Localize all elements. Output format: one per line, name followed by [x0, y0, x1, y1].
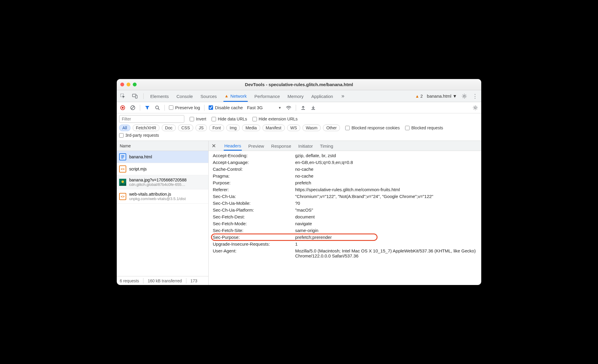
inspect-icon[interactable] [120, 93, 126, 99]
invert-checkbox[interactable]: Invert [190, 117, 206, 121]
request-row[interactable]: banana.html [117, 151, 208, 163]
header-row: Pragma:no-cache [213, 173, 481, 179]
device-icon[interactable] [132, 93, 138, 99]
download-icon[interactable] [310, 105, 316, 111]
network-conditions-icon[interactable] [286, 105, 292, 111]
throttling-select[interactable]: Fast 3G ▼ [247, 105, 281, 110]
third-party-checkbox[interactable]: 3rd-party requests [119, 133, 159, 138]
zoom-window-button[interactable] [133, 83, 137, 86]
context-label: banana.html [427, 94, 452, 99]
filter-input[interactable] [119, 115, 184, 123]
svg-point-6 [156, 106, 159, 109]
preserve-log-checkbox[interactable]: Preserve log [169, 105, 200, 110]
clear-icon[interactable] [130, 105, 136, 111]
header-name: Sec-Purpose: [213, 235, 295, 240]
header-row: Upgrade-Insecure-Requests:1 [213, 241, 481, 247]
main-tabbar: Elements Console Sources ▲ Network Perfo… [117, 90, 481, 102]
request-domain: unpkg.com/web-vitals@3.5.1/dist [129, 197, 186, 201]
blocked-requests-checkbox[interactable]: Blocked requests [405, 125, 443, 130]
detail-tab-timing[interactable]: Timing [319, 142, 334, 150]
tab-console[interactable]: Console [175, 91, 194, 101]
svg-line-7 [158, 109, 159, 110]
filter-type-css[interactable]: CSS [178, 125, 193, 131]
tab-application[interactable]: Application [310, 91, 334, 101]
headers-panel[interactable]: Accept-Encoding:gzip, deflate, br, zstdA… [209, 151, 481, 285]
tab-sources[interactable]: Sources [199, 91, 218, 101]
devtools-window: DevTools - speculative-rules.glitch.me/b… [117, 79, 481, 285]
filter-type-media[interactable]: Media [242, 125, 260, 131]
filter-type-js[interactable]: JS [196, 125, 207, 131]
header-name: Upgrade-Insecure-Requests: [213, 241, 295, 247]
hide-data-urls-checkbox[interactable]: Hide data URLs [212, 117, 247, 121]
status-transferred: 160 kB transferred [148, 278, 182, 283]
close-icon[interactable]: ✕ [212, 143, 218, 149]
tab-memory[interactable]: Memory [286, 91, 305, 101]
svg-point-8 [288, 109, 289, 109]
header-name: Sec-Ch-Ua: [213, 194, 295, 199]
column-header-name[interactable]: Name [117, 141, 208, 151]
request-name: banana.html [129, 154, 152, 159]
filter-type-doc[interactable]: Doc [162, 125, 176, 131]
filter-icon[interactable] [144, 105, 150, 111]
disable-cache-checkbox[interactable]: Disable cache [209, 105, 243, 110]
header-row: Accept-Encoding:gzip, deflate, br, zstd [213, 152, 481, 159]
tab-elements[interactable]: Elements [149, 91, 170, 101]
detail-tab-preview[interactable]: Preview [248, 142, 265, 150]
preserve-log-label: Preserve log [175, 105, 200, 110]
detail-tab-headers[interactable]: Headers [224, 141, 242, 151]
tab-network[interactable]: ▲ Network [223, 91, 248, 102]
svg-point-14 [121, 181, 124, 183]
issues-count-value: 2 [420, 94, 423, 99]
record-button[interactable] [120, 105, 126, 111]
context-selector[interactable]: banana.html ▼ [427, 94, 457, 99]
filter-type-other[interactable]: Other [323, 125, 340, 131]
kebab-menu-icon[interactable]: ⋮ [472, 93, 478, 99]
svg-rect-2 [135, 95, 137, 98]
more-tabs-icon[interactable]: » [340, 93, 346, 99]
header-value: navigate [295, 221, 481, 226]
content-area: Name banana.html<>script.mjsbanana.jpg?v… [117, 141, 481, 285]
header-name: Accept-Language: [213, 160, 295, 165]
warning-icon: ▲ [415, 94, 419, 99]
header-value: 1 [295, 241, 481, 247]
gear-icon[interactable] [461, 93, 468, 99]
upload-icon[interactable] [300, 105, 306, 111]
filter-type-fetch[interactable]: Fetch/XHR [133, 125, 159, 131]
filter-type-manifest[interactable]: Manifest [263, 125, 285, 131]
hide-extension-urls-checkbox[interactable]: Hide extension URLs [252, 117, 298, 121]
detail-tab-initiator[interactable]: Initiator [298, 142, 314, 150]
filter-type-ws[interactable]: WS [287, 125, 300, 131]
network-toolbar: Preserve log Disable cache Fast 3G ▼ [117, 102, 481, 113]
header-row: Referer:https://speculative-rules.glitch… [213, 186, 481, 193]
window-title: DevTools - speculative-rules.glitch.me/b… [117, 82, 481, 87]
header-name: Sec-Fetch-Mode: [213, 221, 295, 226]
script-icon: <> [119, 165, 126, 173]
header-name: Sec-Fetch-Site: [213, 228, 295, 233]
issues-count[interactable]: ▲ 2 [415, 94, 423, 99]
header-value: https://speculative-rules.glitch.me/comm… [295, 187, 481, 192]
tab-performance[interactable]: Performance [253, 91, 281, 101]
filter-type-font[interactable]: Font [209, 125, 224, 131]
header-value: document [295, 214, 481, 219]
filter-bar: Invert Hide data URLs Hide extension URL… [117, 113, 481, 141]
filter-type-wasm[interactable]: Wasm [303, 125, 321, 131]
svg-point-9 [474, 107, 476, 109]
request-row[interactable]: banana.jpg?v=1705668720588cdn.glitch.glo… [117, 175, 208, 189]
header-row: Cache-Control:no-cache [213, 166, 481, 173]
request-name: banana.jpg?v=1705668720588 [129, 178, 186, 182]
header-name: Pragma: [213, 173, 295, 178]
blocked-cookies-checkbox[interactable]: Blocked response cookies [345, 125, 400, 130]
request-detail: ✕ Headers Preview Response Initiator Tim… [209, 141, 481, 285]
header-value: ?0 [295, 201, 481, 206]
gear-icon[interactable] [472, 105, 478, 111]
close-window-button[interactable] [120, 83, 124, 86]
minimize-window-button[interactable] [127, 83, 130, 86]
chevron-down-icon: ▼ [453, 94, 457, 99]
search-icon[interactable] [154, 105, 160, 111]
header-row: Sec-Fetch-Site:same-origin [213, 227, 481, 234]
request-row[interactable]: <>script.mjs [117, 163, 208, 175]
request-row[interactable]: <>web-vitals.attribution.jsunpkg.com/web… [117, 189, 208, 204]
filter-type-img[interactable]: Img [226, 125, 240, 131]
detail-tab-response[interactable]: Response [271, 142, 292, 150]
filter-type-all[interactable]: All [119, 125, 130, 131]
